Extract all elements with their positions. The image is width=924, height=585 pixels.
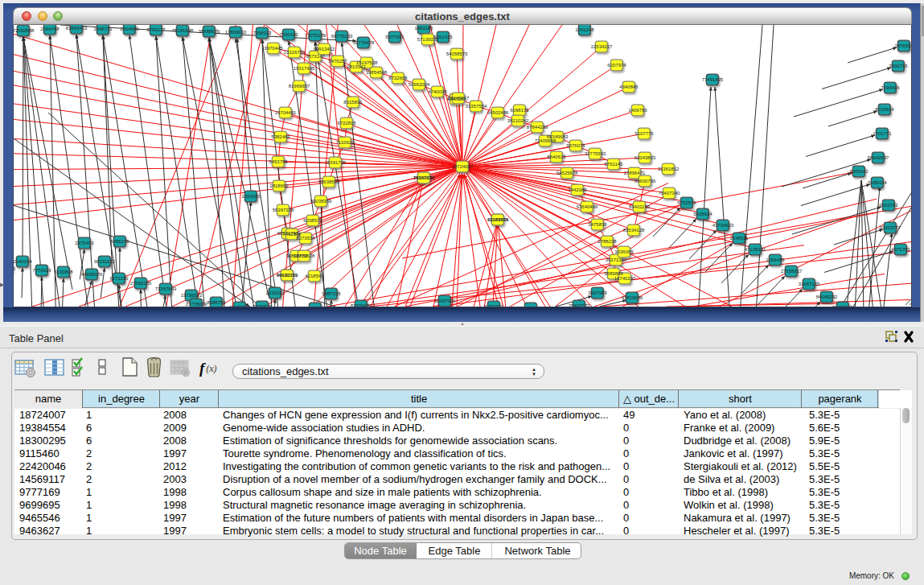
svg-text:1954280: 1954280 — [241, 194, 261, 199]
svg-text:93303777: 93303777 — [880, 225, 901, 230]
svg-text:77491435: 77491435 — [702, 77, 724, 82]
svg-text:72092888: 72092888 — [14, 28, 35, 33]
svg-text:f: f — [199, 360, 206, 377]
svg-text:16740197: 16740197 — [614, 276, 636, 281]
svg-text:2788238: 2788238 — [598, 239, 617, 244]
svg-text:44999379: 44999379 — [81, 272, 103, 277]
svg-text:47816686: 47816686 — [622, 295, 643, 300]
svg-text:6752576: 6752576 — [677, 200, 696, 205]
svg-text:98231132: 98231132 — [94, 259, 116, 264]
svg-text:6207974: 6207974 — [607, 63, 626, 68]
svg-text:39854548: 39854548 — [366, 70, 388, 75]
svg-text:13326769: 13326769 — [284, 50, 306, 55]
svg-text:94525678: 94525678 — [556, 171, 578, 175]
svg-text:1848731: 1848731 — [93, 27, 113, 31]
svg-text:19391725: 19391725 — [325, 160, 347, 165]
svg-text:31172421: 31172421 — [305, 306, 326, 307]
svg-text:85283645: 85283645 — [832, 305, 854, 307]
svg-text:33357554: 33357554 — [466, 104, 487, 109]
svg-text:39372360: 39372360 — [606, 257, 627, 262]
svg-text:(x): (x) — [206, 363, 217, 374]
svg-text:8640615: 8640615 — [547, 154, 566, 159]
svg-text:2264748: 2264748 — [40, 27, 60, 31]
svg-text:3036059: 3036059 — [614, 249, 634, 254]
svg-text:99245317: 99245317 — [448, 96, 470, 101]
svg-text:3500715: 3500715 — [889, 64, 908, 68]
svg-text:47135391: 47135391 — [745, 247, 766, 252]
svg-text:1409790: 1409790 — [628, 108, 647, 113]
svg-text:70407340: 70407340 — [659, 191, 680, 196]
svg-text:8315831: 8315831 — [343, 100, 363, 105]
svg-text:7774229: 7774229 — [32, 268, 51, 273]
svg-text:3970445: 3970445 — [264, 46, 283, 51]
svg-text:54058573: 54058573 — [446, 51, 468, 56]
svg-text:8722606: 8722606 — [388, 76, 408, 80]
svg-text:9722815: 9722815 — [337, 121, 356, 126]
svg-text:6271130: 6271130 — [110, 276, 129, 281]
svg-text:56397338: 56397338 — [273, 208, 294, 212]
svg-text:50962024: 50962024 — [409, 82, 430, 87]
svg-text:38210242: 38210242 — [507, 118, 529, 123]
svg-text:99038359: 99038359 — [310, 199, 332, 204]
svg-text:7442089: 7442089 — [568, 187, 587, 192]
svg-text:87844239: 87844239 — [527, 125, 548, 130]
svg-text:8210624: 8210624 — [875, 107, 894, 112]
svg-text:27896471: 27896471 — [624, 171, 646, 175]
svg-text:92097999: 92097999 — [434, 299, 456, 303]
svg-text:5273534: 5273534 — [296, 236, 315, 241]
svg-text:7110622: 7110622 — [336, 140, 355, 145]
svg-text:5761145: 5761145 — [605, 162, 624, 167]
svg-text:19317495: 19317495 — [294, 66, 315, 71]
svg-text:4740036: 4740036 — [428, 89, 447, 94]
svg-text:69401199: 69401199 — [629, 204, 651, 209]
svg-text:6098175: 6098175 — [510, 108, 529, 113]
svg-text:27566185: 27566185 — [130, 281, 152, 286]
svg-text:32775593: 32775593 — [585, 151, 606, 156]
svg-text:2375453: 2375453 — [75, 241, 94, 245]
svg-text:31687165: 31687165 — [799, 282, 820, 286]
svg-text:1841248: 1841248 — [575, 27, 594, 32]
svg-text:83534128: 83534128 — [623, 228, 645, 233]
svg-text:4971793: 4971793 — [891, 247, 910, 252]
svg-text:7199635: 7199635 — [253, 304, 272, 307]
svg-text:19736572: 19736572 — [181, 293, 203, 298]
svg-text:2229110: 2229110 — [266, 290, 285, 295]
svg-text:13704481: 13704481 — [275, 110, 297, 115]
svg-text:8688755: 8688755 — [207, 300, 226, 305]
svg-text:71070189: 71070189 — [305, 33, 326, 38]
svg-text:6038571: 6038571 — [303, 218, 322, 223]
svg-text:2548511: 2548511 — [730, 236, 749, 241]
svg-text:31361812: 31361812 — [658, 167, 680, 171]
svg-text:99913412: 99913412 — [314, 47, 335, 51]
svg-text:27778019: 27778019 — [186, 302, 207, 307]
svg-text:69345683: 69345683 — [547, 134, 569, 139]
svg-text:18724007: 18724007 — [452, 164, 474, 169]
svg-text:38688676: 38688676 — [199, 29, 220, 34]
svg-text:22534217: 22534217 — [591, 44, 613, 49]
svg-text:84045292: 84045292 — [816, 295, 838, 299]
svg-text:7358113: 7358113 — [253, 31, 273, 35]
svg-text:9487336: 9487336 — [322, 291, 341, 296]
svg-text:58942697: 58942697 — [868, 155, 889, 160]
svg-text:2564689: 2564689 — [120, 27, 139, 31]
svg-text:4218542: 4218542 — [305, 274, 324, 278]
svg-text:71367643: 71367643 — [155, 286, 177, 291]
svg-text:5130808: 5130808 — [54, 270, 73, 274]
svg-text:3607983: 3607983 — [588, 290, 607, 295]
svg-text:81969657: 81969657 — [289, 84, 310, 89]
svg-text:6933742: 6933742 — [879, 203, 898, 208]
svg-text:63640499: 63640499 — [577, 204, 598, 209]
svg-text:7003042: 7003042 — [849, 169, 869, 174]
svg-text:1701771: 1701771 — [873, 131, 892, 136]
svg-text:5453786: 5453786 — [269, 159, 288, 164]
svg-text:5186414: 5186414 — [868, 180, 887, 185]
svg-text:3253031: 3253031 — [521, 306, 540, 307]
svg-text:17869910: 17869910 — [225, 30, 247, 35]
svg-text:7550190: 7550190 — [279, 32, 298, 37]
svg-text:15197528: 15197528 — [356, 60, 378, 65]
svg-text:25492573: 25492573 — [569, 303, 590, 307]
svg-text:83863413: 83863413 — [66, 26, 88, 31]
svg-text:9576076: 9576076 — [566, 143, 585, 148]
svg-text:5476257: 5476257 — [328, 59, 347, 64]
svg-text:1981186: 1981186 — [415, 26, 434, 31]
